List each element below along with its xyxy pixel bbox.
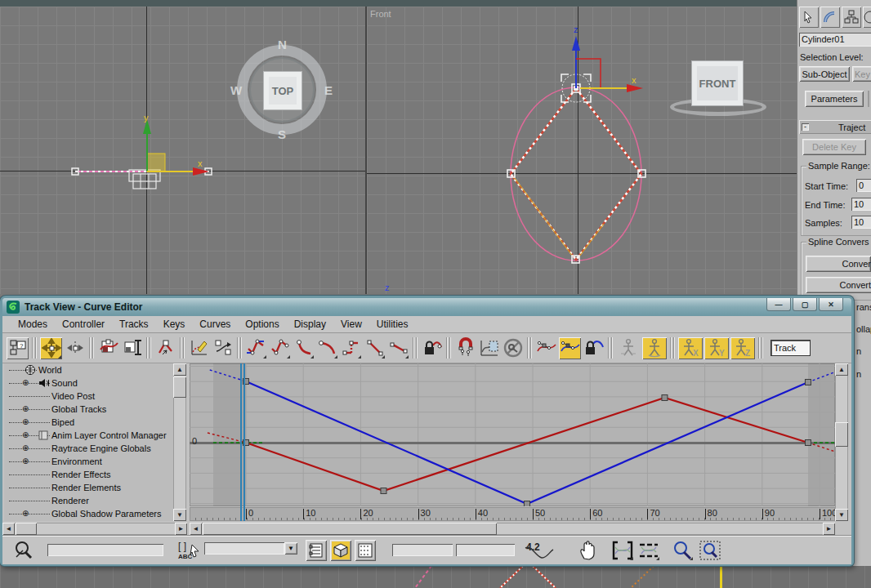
cylinder-top-wireframe[interactable] [129, 170, 160, 189]
expand-icon[interactable]: ⊕ [22, 507, 29, 520]
biped-x-curve-button[interactable]: X [678, 337, 703, 359]
slide-keys-button[interactable] [64, 337, 86, 359]
tree-item-sound[interactable]: ⊕Sound [4, 376, 173, 390]
edit-track-set-button[interactable]: [ ]ABC [176, 540, 201, 561]
parameters-button[interactable]: Parameters [805, 91, 864, 107]
scroll-thumb[interactable] [16, 523, 37, 535]
show-keyable-icons-button[interactable] [502, 337, 524, 359]
scroll-down-icon[interactable]: ▼ [173, 509, 186, 521]
key-value-field[interactable] [456, 544, 515, 556]
samples-field[interactable]: 10 [851, 216, 871, 229]
animation-key[interactable] [805, 380, 811, 385]
show-tangents-button[interactable] [535, 337, 557, 359]
set-tangent-fast-button[interactable] [293, 337, 315, 359]
expand-icon[interactable]: ⊕ [22, 416, 29, 429]
animation-key[interactable] [805, 440, 811, 446]
tree-item-render-elements[interactable]: Render Elements [4, 481, 173, 494]
time-slider-line[interactable] [243, 363, 245, 521]
scroll-up-icon[interactable]: ▲ [173, 363, 186, 376]
time-slider-line[interactable] [240, 363, 242, 521]
scroll-right-icon[interactable]: ► [175, 523, 187, 535]
tree-item-world[interactable]: World [4, 363, 173, 376]
tree-item-renderer[interactable]: Renderer [4, 494, 173, 507]
pan-button[interactable] [576, 540, 599, 561]
zoom-value-extents-button[interactable] [637, 540, 660, 561]
expand-icon[interactable]: ⊕ [22, 403, 29, 416]
sub-object-button[interactable]: Sub-Object [799, 66, 850, 82]
trackview-titlebar[interactable]: Track View - Curve Editor — ▢ ✕ [2, 298, 851, 316]
zoom-button[interactable] [671, 540, 694, 561]
set-tangent-auto-button[interactable] [245, 337, 267, 359]
tree-item-environment[interactable]: ⊕Environment [4, 455, 173, 468]
menu-options[interactable]: Options [238, 317, 286, 332]
lock-tangents-button[interactable] [583, 337, 605, 359]
tree-item-anim-layer-control-manager[interactable]: ⊕Anim Layer Control Manager [4, 429, 173, 442]
scale-values-button[interactable] [121, 337, 143, 359]
gizmo-z-arrow[interactable] [572, 36, 580, 51]
tree-item-video-post[interactable]: Video Post [4, 390, 173, 403]
start-time-field[interactable]: 0 [856, 179, 871, 192]
rollout-collapse-icon[interactable]: - [802, 123, 809, 131]
dropdown-arrow-icon[interactable]: ▼ [284, 542, 297, 555]
time-ruler[interactable]: 0102030405060708090100 [190, 507, 835, 521]
set-tangent-slow-button[interactable] [316, 337, 338, 359]
menu-modes[interactable]: Modes [11, 317, 55, 332]
zoom-horizontal-extents-button[interactable] [611, 540, 634, 561]
gizmo-xy-plane-handle[interactable] [147, 154, 165, 172]
snap-frames-button[interactable] [454, 337, 476, 359]
motion-tab-icon[interactable] [863, 7, 871, 28]
menu-view[interactable]: View [333, 317, 369, 332]
menu-utilities[interactable]: Utilities [369, 317, 416, 332]
gizmo-x-arrow[interactable] [627, 84, 643, 92]
biped-show-horizontal-curves-button[interactable] [616, 337, 641, 359]
biped-y-curve-button[interactable]: Y [704, 337, 729, 359]
expand-icon[interactable]: ⊕ [22, 455, 29, 468]
tree-item-render-effects[interactable]: Render Effects [4, 468, 173, 481]
lock-selection-button[interactable] [421, 337, 443, 359]
set-tangent-linear-button[interactable] [364, 337, 386, 359]
hierarchy-tab-icon[interactable] [842, 7, 861, 28]
scroll-right-icon[interactable]: ► [823, 523, 835, 535]
scroll-left-icon[interactable]: ◄ [2, 523, 15, 535]
convert-to-button[interactable]: Conver [806, 256, 871, 272]
curve-editor-canvas[interactable]: 0 [190, 363, 835, 506]
convert-from-button[interactable]: Convert [806, 277, 871, 293]
dope-sheet-mode-button[interactable] [330, 540, 351, 561]
expand-icon[interactable]: ⊕ [22, 442, 29, 455]
zoom-selected-object-button[interactable] [11, 540, 36, 561]
zoom-region-button[interactable] [699, 540, 721, 561]
menu-keys[interactable]: Keys [156, 317, 193, 332]
filters-button[interactable]: ? [7, 337, 29, 359]
animation-key[interactable] [662, 395, 668, 401]
viewport-divider[interactable] [365, 7, 367, 294]
track-set-dropdown[interactable] [204, 542, 284, 555]
tree-item-raytrace-engine-globals[interactable]: ⊕Raytrace Engine Globals [4, 442, 173, 455]
trajectories-rollout-header[interactable]: - Traject [799, 120, 871, 134]
move-keys-button[interactable] [40, 337, 62, 359]
end-time-field[interactable]: 10 [851, 198, 871, 211]
track-set-name-field[interactable] [47, 544, 163, 556]
modify-tab-icon[interactable] [820, 7, 840, 28]
menu-curves[interactable]: Curves [192, 317, 238, 332]
viewport-top[interactable]: TOP N E S W y [0, 7, 365, 294]
key-button[interactable]: Key [852, 66, 871, 82]
tree-item-biped[interactable]: ⊕Biped [4, 416, 173, 429]
viewcube-front-face[interactable]: FRONT [691, 60, 744, 106]
viewport-front[interactable]: Front FRONT [367, 7, 797, 294]
curve-vertical-scrollbar[interactable]: ▲ ▼ [835, 363, 848, 521]
scroll-thumb[interactable] [203, 523, 497, 535]
close-button[interactable]: ✕ [819, 298, 843, 311]
biped-z-curve-button[interactable]: Z [730, 337, 755, 359]
scroll-up-icon[interactable]: ▲ [835, 363, 848, 376]
show-all-tangents-button[interactable] [559, 337, 581, 359]
scroll-down-icon[interactable]: ▼ [835, 509, 848, 521]
expand-icon[interactable]: ⊕ [22, 429, 29, 442]
parameter-out-of-range-button[interactable] [478, 337, 500, 359]
scroll-thumb[interactable] [835, 422, 848, 447]
delete-key-button[interactable]: Delete Key [802, 139, 866, 155]
select-tool-icon[interactable] [799, 7, 819, 28]
maximize-button[interactable]: ▢ [793, 298, 817, 311]
biped-show-vertical-curves-button[interactable] [642, 337, 667, 359]
scale-keys-button[interactable] [97, 337, 119, 359]
show-selected-key-stats-icon[interactable] [522, 543, 555, 561]
